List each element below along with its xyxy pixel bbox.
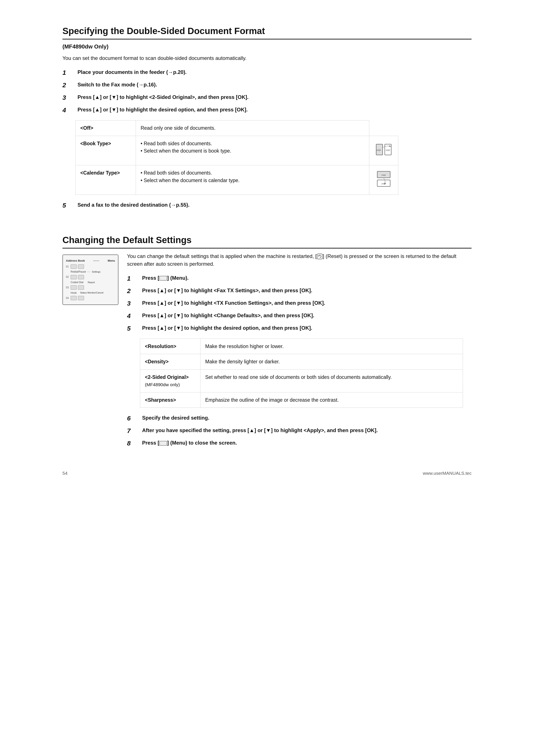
section2-desc: You can change the default settings that… [127,252,471,268]
calendar-bullets: Read both sides of documents. Select whe… [140,169,364,184]
table-row-calendar: <Calendar Type> Read both sides of docum… [76,165,398,195]
panel-row-01: 01 [66,264,115,269]
panel-row-03: 03 [66,285,115,290]
s2-option-desc-sharpness: Emphasize the outline of the image or de… [200,392,463,408]
panel-btn-02 [71,275,77,279]
s2-step-8: 8 Press [] (Menu) to close the screen. [127,439,471,447]
option-desc-calendar: Read both sides of documents. Select whe… [136,165,369,195]
s2-step-3: 3 Press [▲] or [▼] to highlight <TX Func… [127,299,471,307]
panel-row-hook: Hook Status Monitor/Cancel [66,291,115,295]
option-label-calendar: <Calendar Type> [76,165,136,195]
svg-text:page: page [386,149,390,151]
step-4: 4 Press [▲] or [▼] to highlight the desi… [63,106,471,114]
panel-dots-redial: ····· [87,270,90,274]
s2-step-8-num: 8 [127,440,140,447]
svg-text:page: page [377,149,381,151]
panel-btn-04b [78,296,84,300]
calendar-bullet-2: Select when the document is calendar typ… [140,177,364,184]
section1-step5: 5 Send a fax to the desired destination … [63,201,471,209]
section2-steps: 1 Press [] (Menu). 2 Press [▲] or [▼] to… [127,274,471,332]
step-4-text: Press [▲] or [▼] to highlight the desire… [78,106,248,113]
s2-step-6-num: 6 [127,415,140,422]
panel-header: Address Book ········ Menu [66,258,115,263]
panel-address-book: Address Book [66,258,85,263]
s2-option-label-sharpness: <Sharpness> [140,392,200,408]
panel-num-01: 01 [66,264,71,269]
section2-title: Changing the Default Settings [63,235,471,249]
menu-button-icon [159,276,167,281]
page-number: 54 [63,471,67,476]
panel-btn-03b [78,285,84,290]
svg-text:page: page [382,174,386,176]
s2-option-label-2sided: <2-Sided Original>(MF4890dw only) [140,369,200,392]
s2-step-4-num: 4 [127,312,140,320]
s2-option-desc-resolution: Make the resolution higher or lower. [200,338,463,354]
s2-step-2-num: 2 [127,287,140,295]
s2-table-row-2sided: <2-Sided Original>(MF4890dw only) Set wh… [140,369,463,392]
s2-table-row-resolution: <Resolution> Make the resolution higher … [140,338,463,354]
s2-option-label-density: <Density> [140,354,200,369]
step-5-text: Send a fax to the desired destination (→… [78,201,190,209]
panel-num-03: 03 [66,285,71,290]
panel-label-redial: Redial/Pause [71,270,86,274]
s2-step-1-num: 1 [127,275,140,282]
step-2: 2 Switch to the Fax mode (→p.16). [63,81,471,89]
panel-dots-top: ········ [93,258,99,263]
svg-rect-12 [160,276,167,281]
section1-subtitle: (MF4890dw Only) [63,43,471,50]
section1-title: Specifying the Double-Sided Document For… [63,26,471,40]
step-3-text: Press [▲] or [▼] to highlight <2-Sided O… [78,94,248,101]
section2: Changing the Default Settings Address Bo… [63,235,471,454]
panel-btn-04 [71,296,77,300]
menu-button-icon-2 [159,441,167,446]
panel-box: Address Book ········ Menu 01 Redial/Pau… [63,255,118,305]
panel-row-coded: Coded Dial Report [66,280,115,284]
s2-step-2: 2 Press [▲] or [▼] to highlight <Fax TX … [127,287,471,295]
option-desc-book: Read both sides of documents. Select whe… [136,136,369,165]
step-2-num: 2 [63,81,75,89]
book-bullets: Read both sides of documents. Select whe… [140,140,364,155]
s2-table-row-sharpness: <Sharpness> Emphasize the outline of the… [140,392,463,408]
step-4-num: 4 [63,106,75,114]
panel-row-04: 04 [66,296,115,300]
s2-step-2-text: Press [▲] or [▼] to highlight <Fax TX Se… [142,287,312,294]
s2-option-desc-density: Make the density lighter or darker. [200,354,463,369]
book-type-icon: page page [374,140,394,159]
section1: Specifying the Double-Sided Document For… [63,26,471,209]
panel-btn-01 [71,264,77,269]
s2-step-1-text: Press [] (Menu). [142,274,189,282]
table-row-book: <Book Type> Read both sides of documents… [76,136,398,165]
s2-step-6: 6 Specify the desired setting. [127,414,471,422]
s2-step-3-text: Press [▲] or [▼] to highlight <TX Functi… [142,299,325,307]
panel-menu-label: Menu [108,258,115,263]
table-row-off: <Off> Read only one side of documents. [76,121,398,136]
s2-step-5: 5 Press [▲] or [▼] to highlight the desi… [127,324,471,332]
section1-desc: You can set the document format to scan … [63,54,471,62]
step-1-num: 1 [63,69,75,76]
s2-step-4: 4 Press [▲] or [▼] to highlight <Change … [127,312,471,320]
svg-text:page: page [382,182,386,185]
s2-step-1: 1 Press [] (Menu). [127,274,471,282]
step-3: 3 Press [▲] or [▼] to highlight <2-Sided… [63,94,471,101]
section2-options-table: <Resolution> Make the resolution higher … [140,338,463,408]
panel-report-label: Report [88,281,95,284]
panel-btn-01b [78,264,84,269]
calendar-bullet-1: Read both sides of documents. [140,169,364,177]
s2-step-7: 7 After you have specified the setting, … [127,427,471,434]
panel-num-02: 02 [66,275,71,279]
option-label-off: <Off> [76,121,136,136]
svg-rect-13 [160,441,167,446]
s2-step-5-text: Press [▲] or [▼] to highlight the desire… [142,324,312,332]
s2-step-8-text: Press [] (Menu) to close the screen. [142,439,237,446]
s2-table-row-density: <Density> Make the density lighter or da… [140,354,463,369]
step-2-text: Switch to the Fax mode (→p.16). [78,81,157,88]
option-desc-off: Read only one side of documents. [136,121,369,136]
panel-illustration: Address Book ········ Menu 01 Redial/Pau… [63,255,118,305]
panel-btn-03 [71,285,77,290]
section2-with-panel: Address Book ········ Menu 01 Redial/Pau… [63,252,471,454]
section1-steps: 1 Place your documents in the feeder (→p… [63,68,471,114]
s2-step-5-num: 5 [127,325,140,332]
step-1-text: Place your documents in the feeder (→p.2… [78,68,187,76]
s2-step-7-text: After you have specified the setting, pr… [142,427,378,434]
step-3-num: 3 [63,94,75,101]
